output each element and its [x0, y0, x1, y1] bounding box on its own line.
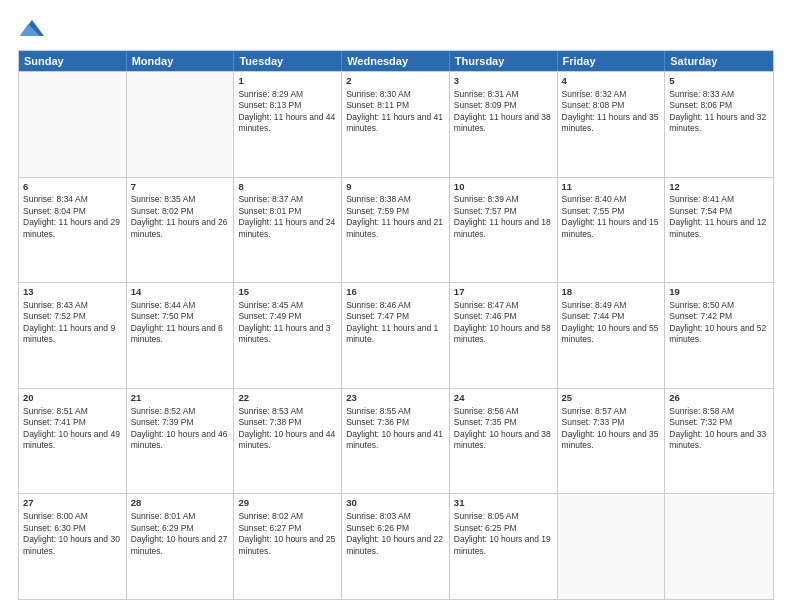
- day-number: 17: [454, 286, 553, 299]
- day-info: Sunrise: 8:51 AM Sunset: 7:41 PM Dayligh…: [23, 406, 122, 452]
- day-number: 3: [454, 75, 553, 88]
- cal-header-monday: Monday: [127, 51, 235, 71]
- cal-cell: 23Sunrise: 8:55 AM Sunset: 7:36 PM Dayli…: [342, 389, 450, 494]
- cal-cell: 7Sunrise: 8:35 AM Sunset: 8:02 PM Daylig…: [127, 178, 235, 283]
- calendar: SundayMondayTuesdayWednesdayThursdayFrid…: [18, 50, 774, 600]
- day-info: Sunrise: 8:00 AM Sunset: 6:30 PM Dayligh…: [23, 511, 122, 557]
- day-info: Sunrise: 8:55 AM Sunset: 7:36 PM Dayligh…: [346, 406, 445, 452]
- day-number: 1: [238, 75, 337, 88]
- day-info: Sunrise: 8:31 AM Sunset: 8:09 PM Dayligh…: [454, 89, 553, 135]
- day-number: 14: [131, 286, 230, 299]
- day-info: Sunrise: 8:02 AM Sunset: 6:27 PM Dayligh…: [238, 511, 337, 557]
- cal-header-thursday: Thursday: [450, 51, 558, 71]
- day-info: Sunrise: 8:47 AM Sunset: 7:46 PM Dayligh…: [454, 300, 553, 346]
- day-number: 6: [23, 181, 122, 194]
- day-info: Sunrise: 8:29 AM Sunset: 8:13 PM Dayligh…: [238, 89, 337, 135]
- cal-cell: [665, 494, 773, 599]
- day-number: 12: [669, 181, 769, 194]
- day-number: 7: [131, 181, 230, 194]
- cal-header-tuesday: Tuesday: [234, 51, 342, 71]
- day-info: Sunrise: 8:30 AM Sunset: 8:11 PM Dayligh…: [346, 89, 445, 135]
- cal-week-2: 6Sunrise: 8:34 AM Sunset: 8:04 PM Daylig…: [19, 177, 773, 283]
- day-info: Sunrise: 8:34 AM Sunset: 8:04 PM Dayligh…: [23, 194, 122, 240]
- cal-cell: [127, 72, 235, 177]
- cal-cell: 13Sunrise: 8:43 AM Sunset: 7:52 PM Dayli…: [19, 283, 127, 388]
- day-info: Sunrise: 8:33 AM Sunset: 8:06 PM Dayligh…: [669, 89, 769, 135]
- logo: [18, 18, 50, 40]
- day-info: Sunrise: 8:03 AM Sunset: 6:26 PM Dayligh…: [346, 511, 445, 557]
- cal-cell: 24Sunrise: 8:56 AM Sunset: 7:35 PM Dayli…: [450, 389, 558, 494]
- cal-cell: 22Sunrise: 8:53 AM Sunset: 7:38 PM Dayli…: [234, 389, 342, 494]
- cal-cell: 29Sunrise: 8:02 AM Sunset: 6:27 PM Dayli…: [234, 494, 342, 599]
- day-info: Sunrise: 8:49 AM Sunset: 7:44 PM Dayligh…: [562, 300, 661, 346]
- day-number: 27: [23, 497, 122, 510]
- cal-cell: 20Sunrise: 8:51 AM Sunset: 7:41 PM Dayli…: [19, 389, 127, 494]
- page: SundayMondayTuesdayWednesdayThursdayFrid…: [0, 0, 792, 612]
- day-number: 18: [562, 286, 661, 299]
- cal-cell: [558, 494, 666, 599]
- day-number: 22: [238, 392, 337, 405]
- day-info: Sunrise: 8:44 AM Sunset: 7:50 PM Dayligh…: [131, 300, 230, 346]
- cal-cell: 21Sunrise: 8:52 AM Sunset: 7:39 PM Dayli…: [127, 389, 235, 494]
- day-number: 16: [346, 286, 445, 299]
- logo-icon: [18, 18, 46, 40]
- day-info: Sunrise: 8:43 AM Sunset: 7:52 PM Dayligh…: [23, 300, 122, 346]
- cal-week-3: 13Sunrise: 8:43 AM Sunset: 7:52 PM Dayli…: [19, 282, 773, 388]
- cal-cell: 18Sunrise: 8:49 AM Sunset: 7:44 PM Dayli…: [558, 283, 666, 388]
- day-number: 5: [669, 75, 769, 88]
- day-info: Sunrise: 8:35 AM Sunset: 8:02 PM Dayligh…: [131, 194, 230, 240]
- day-info: Sunrise: 8:52 AM Sunset: 7:39 PM Dayligh…: [131, 406, 230, 452]
- calendar-body: 1Sunrise: 8:29 AM Sunset: 8:13 PM Daylig…: [19, 71, 773, 599]
- day-number: 11: [562, 181, 661, 194]
- cal-cell: [19, 72, 127, 177]
- cal-cell: 30Sunrise: 8:03 AM Sunset: 6:26 PM Dayli…: [342, 494, 450, 599]
- day-info: Sunrise: 8:32 AM Sunset: 8:08 PM Dayligh…: [562, 89, 661, 135]
- day-info: Sunrise: 8:57 AM Sunset: 7:33 PM Dayligh…: [562, 406, 661, 452]
- day-number: 24: [454, 392, 553, 405]
- day-number: 13: [23, 286, 122, 299]
- cal-cell: 28Sunrise: 8:01 AM Sunset: 6:29 PM Dayli…: [127, 494, 235, 599]
- cal-header-sunday: Sunday: [19, 51, 127, 71]
- cal-cell: 11Sunrise: 8:40 AM Sunset: 7:55 PM Dayli…: [558, 178, 666, 283]
- day-number: 31: [454, 497, 553, 510]
- cal-cell: 25Sunrise: 8:57 AM Sunset: 7:33 PM Dayli…: [558, 389, 666, 494]
- day-number: 25: [562, 392, 661, 405]
- cal-cell: 8Sunrise: 8:37 AM Sunset: 8:01 PM Daylig…: [234, 178, 342, 283]
- cal-cell: 9Sunrise: 8:38 AM Sunset: 7:59 PM Daylig…: [342, 178, 450, 283]
- day-info: Sunrise: 8:05 AM Sunset: 6:25 PM Dayligh…: [454, 511, 553, 557]
- cal-cell: 17Sunrise: 8:47 AM Sunset: 7:46 PM Dayli…: [450, 283, 558, 388]
- cal-cell: 10Sunrise: 8:39 AM Sunset: 7:57 PM Dayli…: [450, 178, 558, 283]
- cal-cell: 31Sunrise: 8:05 AM Sunset: 6:25 PM Dayli…: [450, 494, 558, 599]
- day-info: Sunrise: 8:45 AM Sunset: 7:49 PM Dayligh…: [238, 300, 337, 346]
- cal-week-5: 27Sunrise: 8:00 AM Sunset: 6:30 PM Dayli…: [19, 493, 773, 599]
- day-info: Sunrise: 8:01 AM Sunset: 6:29 PM Dayligh…: [131, 511, 230, 557]
- day-number: 21: [131, 392, 230, 405]
- calendar-header-row: SundayMondayTuesdayWednesdayThursdayFrid…: [19, 51, 773, 71]
- day-info: Sunrise: 8:46 AM Sunset: 7:47 PM Dayligh…: [346, 300, 445, 346]
- cal-cell: 3Sunrise: 8:31 AM Sunset: 8:09 PM Daylig…: [450, 72, 558, 177]
- cal-header-friday: Friday: [558, 51, 666, 71]
- day-number: 9: [346, 181, 445, 194]
- cal-header-saturday: Saturday: [665, 51, 773, 71]
- day-number: 10: [454, 181, 553, 194]
- day-info: Sunrise: 8:58 AM Sunset: 7:32 PM Dayligh…: [669, 406, 769, 452]
- day-info: Sunrise: 8:39 AM Sunset: 7:57 PM Dayligh…: [454, 194, 553, 240]
- cal-cell: 15Sunrise: 8:45 AM Sunset: 7:49 PM Dayli…: [234, 283, 342, 388]
- day-info: Sunrise: 8:56 AM Sunset: 7:35 PM Dayligh…: [454, 406, 553, 452]
- day-info: Sunrise: 8:50 AM Sunset: 7:42 PM Dayligh…: [669, 300, 769, 346]
- cal-cell: 2Sunrise: 8:30 AM Sunset: 8:11 PM Daylig…: [342, 72, 450, 177]
- cal-cell: 16Sunrise: 8:46 AM Sunset: 7:47 PM Dayli…: [342, 283, 450, 388]
- day-number: 23: [346, 392, 445, 405]
- cal-cell: 14Sunrise: 8:44 AM Sunset: 7:50 PM Dayli…: [127, 283, 235, 388]
- cal-cell: 26Sunrise: 8:58 AM Sunset: 7:32 PM Dayli…: [665, 389, 773, 494]
- cal-cell: 4Sunrise: 8:32 AM Sunset: 8:08 PM Daylig…: [558, 72, 666, 177]
- day-info: Sunrise: 8:41 AM Sunset: 7:54 PM Dayligh…: [669, 194, 769, 240]
- day-number: 15: [238, 286, 337, 299]
- header: [18, 18, 774, 40]
- day-number: 28: [131, 497, 230, 510]
- day-number: 4: [562, 75, 661, 88]
- cal-week-4: 20Sunrise: 8:51 AM Sunset: 7:41 PM Dayli…: [19, 388, 773, 494]
- cal-cell: 19Sunrise: 8:50 AM Sunset: 7:42 PM Dayli…: [665, 283, 773, 388]
- cal-week-1: 1Sunrise: 8:29 AM Sunset: 8:13 PM Daylig…: [19, 71, 773, 177]
- day-number: 8: [238, 181, 337, 194]
